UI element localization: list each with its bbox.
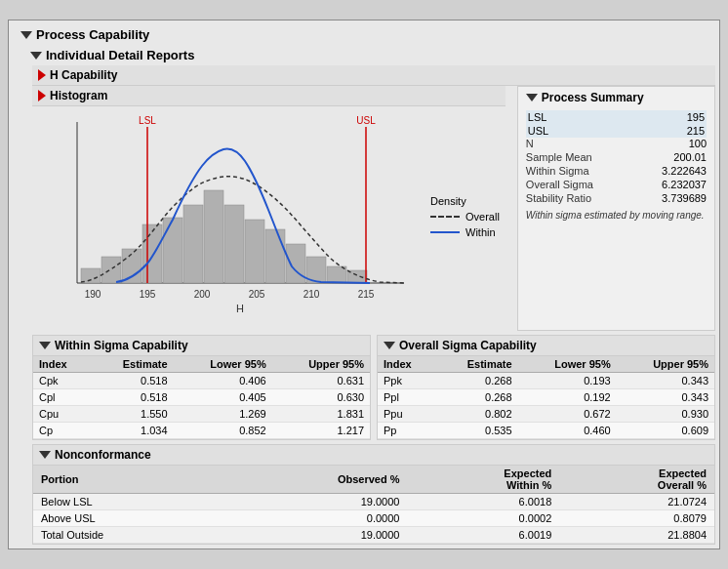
individual-detail-title: Individual Detail Reports bbox=[46, 48, 194, 62]
os-ppk-upper: 0.343 bbox=[617, 373, 714, 389]
within-line-icon bbox=[430, 231, 460, 233]
within-sigma-section: Within Sigma Capability Index Estimate L… bbox=[32, 335, 371, 440]
process-summary-table: LSL 195 USL 215 N 100 Sample Mean bbox=[526, 110, 707, 221]
svg-text:200: 200 bbox=[194, 289, 211, 300]
nonconformance-table: Portion Observed % ExpectedWithin % Expe… bbox=[33, 466, 714, 544]
ws-cp-index: Cp bbox=[33, 423, 91, 439]
ws-col-lower: Lower 95% bbox=[174, 356, 272, 373]
ws-cpu-lower: 1.269 bbox=[174, 406, 272, 423]
nc-col-exp-overall: ExpectedOverall % bbox=[559, 466, 714, 494]
svg-rect-13 bbox=[163, 218, 182, 283]
svg-rect-16 bbox=[224, 205, 244, 283]
ws-cpu-index: Cpu bbox=[33, 406, 91, 423]
expand-within-sigma[interactable] bbox=[39, 342, 51, 349]
ws-row-cpl: Cpl 0.518 0.405 0.630 bbox=[33, 389, 370, 406]
histogram-wrapper: Histogram 190 195 200 bbox=[32, 86, 506, 331]
os-ppl-upper: 0.343 bbox=[617, 389, 714, 406]
os-col-lower: Lower 95% bbox=[518, 356, 617, 373]
expand-histogram[interactable] bbox=[38, 90, 46, 102]
ps-n-value: 100 bbox=[628, 138, 707, 149]
nc-header-row: Portion Observed % ExpectedWithin % Expe… bbox=[33, 466, 714, 494]
ws-cpl-lower: 0.405 bbox=[174, 389, 272, 406]
svg-rect-9 bbox=[81, 268, 101, 283]
process-capability-header: Process Capability bbox=[13, 24, 715, 45]
nc-total-outside-portion: Total Outside bbox=[33, 527, 221, 544]
histogram-svg: 190 195 200 205 210 215 H bbox=[38, 112, 419, 322]
ps-usl-value: 215 bbox=[687, 125, 705, 137]
top-section: Histogram 190 195 200 bbox=[32, 86, 715, 331]
main-container: Process Capability Individual Detail Rep… bbox=[8, 20, 720, 549]
nc-total-outside-exp-within: 6.0019 bbox=[407, 527, 559, 544]
os-col-index: Index bbox=[378, 356, 435, 373]
expand-nonconformance[interactable] bbox=[39, 451, 51, 459]
within-sigma-header: Within Sigma Capability bbox=[33, 336, 370, 356]
ps-overall-sigma-value: 6.232037 bbox=[628, 179, 707, 190]
svg-text:USL: USL bbox=[356, 115, 376, 126]
svg-text:215: 215 bbox=[358, 289, 375, 300]
nc-below-lsl-exp-within: 6.0018 bbox=[407, 494, 559, 510]
ws-cpk-lower: 0.406 bbox=[174, 373, 272, 389]
ws-cpk-index: Cpk bbox=[33, 373, 91, 389]
legend-area: Density Overall Within bbox=[419, 112, 500, 325]
ws-cpl-index: Cpl bbox=[33, 389, 91, 406]
ws-cp-estimate: 1.034 bbox=[91, 423, 173, 439]
nc-total-outside-exp-overall: 21.8804 bbox=[559, 527, 714, 544]
svg-rect-15 bbox=[204, 190, 223, 283]
process-summary-panel: Process Summary LSL 195 USL 215 N bbox=[517, 86, 715, 331]
svg-rect-11 bbox=[122, 249, 142, 283]
ws-cpl-estimate: 0.518 bbox=[91, 389, 173, 406]
os-row-ppl: Ppl 0.268 0.192 0.343 bbox=[378, 389, 714, 406]
os-pp-estimate: 0.535 bbox=[435, 423, 517, 439]
expand-individual-detail[interactable] bbox=[30, 52, 42, 60]
ws-cp-upper: 1.217 bbox=[272, 423, 370, 439]
legend-overall-label: Overall bbox=[465, 211, 500, 223]
nc-above-usl-exp-overall: 0.8079 bbox=[559, 510, 714, 527]
ps-mean-row: Sample Mean 200.01 bbox=[526, 151, 707, 163]
svg-rect-18 bbox=[265, 229, 285, 283]
ps-stability-label: Stability Ratio bbox=[526, 192, 624, 204]
ps-stability-row: Stability Ratio 3.739689 bbox=[526, 192, 707, 204]
process-capability-title: Process Capability bbox=[36, 27, 149, 42]
nc-row-total-outside: Total Outside 19.0000 6.0019 21.8804 bbox=[33, 527, 714, 544]
ws-col-index: Index bbox=[33, 356, 91, 373]
os-ppl-lower: 0.192 bbox=[518, 389, 617, 406]
expand-overall-sigma[interactable] bbox=[384, 342, 395, 349]
h-capability-title: H Capability bbox=[50, 68, 117, 82]
os-pp-lower: 0.460 bbox=[518, 423, 617, 439]
histogram-content: 190 195 200 205 210 215 H bbox=[32, 106, 506, 331]
os-ppk-estimate: 0.268 bbox=[435, 373, 517, 389]
svg-text:195: 195 bbox=[140, 289, 156, 300]
ws-cpk-estimate: 0.518 bbox=[91, 373, 173, 389]
nc-col-exp-within: ExpectedWithin % bbox=[407, 466, 559, 494]
ws-col-estimate: Estimate bbox=[91, 356, 173, 373]
histogram-header: Histogram bbox=[32, 86, 506, 106]
nc-below-lsl-observed: 19.0000 bbox=[221, 494, 407, 510]
os-ppu-estimate: 0.802 bbox=[435, 406, 517, 423]
os-ppl-index: Ppl bbox=[378, 389, 435, 406]
os-row-pp: Pp 0.535 0.460 0.609 bbox=[378, 423, 714, 439]
expand-h-capability[interactable] bbox=[38, 69, 46, 81]
os-ppu-lower: 0.672 bbox=[518, 406, 617, 423]
ws-row-cpk: Cpk 0.518 0.406 0.631 bbox=[33, 373, 370, 389]
svg-text:190: 190 bbox=[85, 289, 101, 300]
os-pp-upper: 0.609 bbox=[617, 423, 714, 439]
svg-rect-14 bbox=[183, 205, 203, 283]
ws-col-upper: Upper 95% bbox=[272, 356, 370, 373]
expand-process-summary[interactable] bbox=[526, 94, 538, 102]
expand-process-capability[interactable] bbox=[20, 31, 32, 39]
svg-text:205: 205 bbox=[249, 289, 265, 300]
nonconformance-header: Nonconformance bbox=[33, 445, 714, 466]
legend-within-item: Within bbox=[430, 226, 500, 238]
nc-below-lsl-portion: Below LSL bbox=[33, 494, 221, 510]
nc-below-lsl-exp-overall: 21.0724 bbox=[559, 494, 714, 510]
os-row-ppu: Ppu 0.802 0.672 0.930 bbox=[378, 406, 714, 423]
overall-sigma-table: Index Estimate Lower 95% Upper 95% Ppk 0… bbox=[378, 356, 714, 439]
ps-mean-value: 200.01 bbox=[628, 151, 707, 163]
legend-within-label: Within bbox=[465, 226, 496, 238]
ps-overall-sigma-label: Overall Sigma bbox=[526, 179, 624, 190]
nc-above-usl-observed: 0.0000 bbox=[221, 510, 407, 527]
os-pp-index: Pp bbox=[378, 423, 435, 439]
nc-above-usl-exp-within: 0.0002 bbox=[407, 510, 559, 527]
overall-sigma-header: Overall Sigma Capability bbox=[378, 336, 714, 356]
os-ppk-lower: 0.193 bbox=[518, 373, 617, 389]
